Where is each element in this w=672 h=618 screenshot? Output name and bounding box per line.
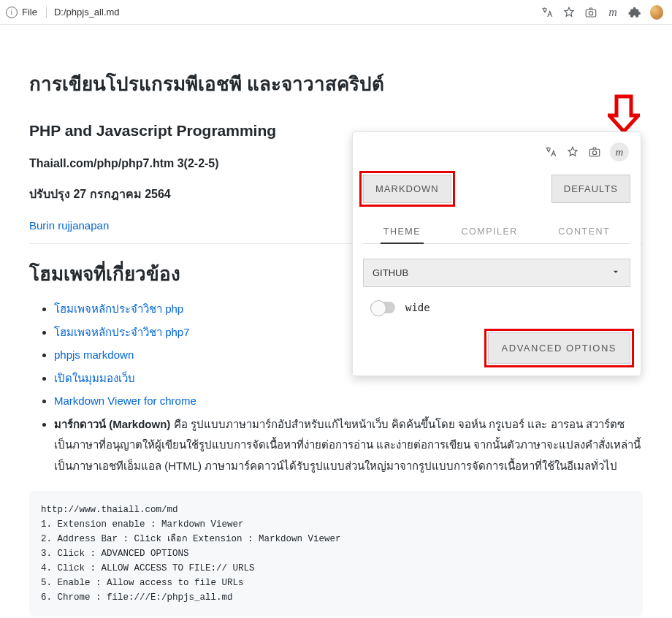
toolbar-icons: m — [541, 6, 666, 19]
theme-select-value: GITHUB — [373, 267, 408, 278]
code-block: http://www.thaiall.com/md 1. Extension e… — [29, 491, 643, 617]
markdown-term: มาร์กดาวน์ (Markdown) — [54, 418, 170, 430]
bookmark-star-icon[interactable] — [566, 145, 579, 159]
tab-compiler[interactable]: COMPILER — [459, 221, 521, 243]
tab-theme[interactable]: THEME — [381, 221, 424, 244]
markdown-button[interactable]: MARKDOWN — [363, 175, 451, 203]
url-path[interactable]: D:/phpjs_all.md — [54, 7, 536, 18]
related-link[interactable]: โฮมเพจหลักประจำวิชา php — [54, 299, 183, 320]
annotation-arrow-icon — [608, 94, 640, 134]
popup-tabs: THEME COMPILER CONTENT — [363, 221, 630, 244]
wide-toggle[interactable] — [370, 302, 395, 313]
svg-point-3 — [592, 151, 596, 155]
list-item: Markdown Viewer for chrome — [54, 391, 643, 412]
separator — [46, 7, 47, 18]
svg-rect-2 — [589, 149, 600, 156]
wide-toggle-row: wide — [370, 302, 630, 313]
url-scheme-label: File — [22, 7, 37, 18]
site-info-icon[interactable]: i — [6, 7, 18, 18]
author-link[interactable]: Burin rujjanapan — [29, 219, 109, 232]
theme-select[interactable]: GITHUB — [363, 259, 630, 287]
related-link[interactable]: Markdown Viewer for chrome — [54, 391, 196, 412]
chevron-down-icon — [611, 267, 621, 279]
extension-popup: m MARKDOWN DEFAULTS THEME COMPILER CONTE… — [352, 131, 641, 376]
popup-primary-buttons: MARKDOWN DEFAULTS — [363, 175, 630, 203]
defaults-button[interactable]: DEFAULTS — [551, 175, 630, 203]
markdown-viewer-extension-icon[interactable]: m — [606, 6, 619, 19]
tab-content[interactable]: CONTENT — [555, 221, 613, 243]
browser-address-bar: i File D:/phpjs_all.md m — [0, 0, 672, 25]
translate-icon[interactable] — [541, 6, 554, 19]
svg-rect-0 — [586, 9, 596, 17]
related-link[interactable]: phpjs markdown — [54, 345, 134, 366]
wide-toggle-label: wide — [405, 302, 430, 313]
related-link[interactable]: เปิดในมุมมองเว็บ — [54, 368, 135, 389]
extensions-puzzle-icon[interactable] — [628, 6, 641, 19]
svg-point-1 — [589, 11, 592, 15]
camera-icon[interactable] — [588, 145, 601, 159]
related-link[interactable]: โฮมเพจหลักประจำวิชา php7 — [54, 322, 190, 343]
translate-icon[interactable] — [544, 145, 557, 159]
camera-icon[interactable] — [584, 6, 597, 19]
markdown-viewer-extension-icon[interactable]: m — [610, 142, 629, 161]
page-title-th: การเขียนโปรแกรมพีเอชพี และจาวาสคริปต์ — [29, 69, 643, 99]
list-item: มาร์กดาวน์ (Markdown) คือ รูปแบบภาษามาร์… — [54, 414, 643, 477]
popup-toolbar: m — [363, 142, 630, 161]
advanced-options-button[interactable]: ADVANCED OPTIONS — [488, 332, 630, 364]
bookmark-star-icon[interactable] — [562, 6, 576, 19]
profile-avatar-icon[interactable] — [650, 6, 663, 19]
